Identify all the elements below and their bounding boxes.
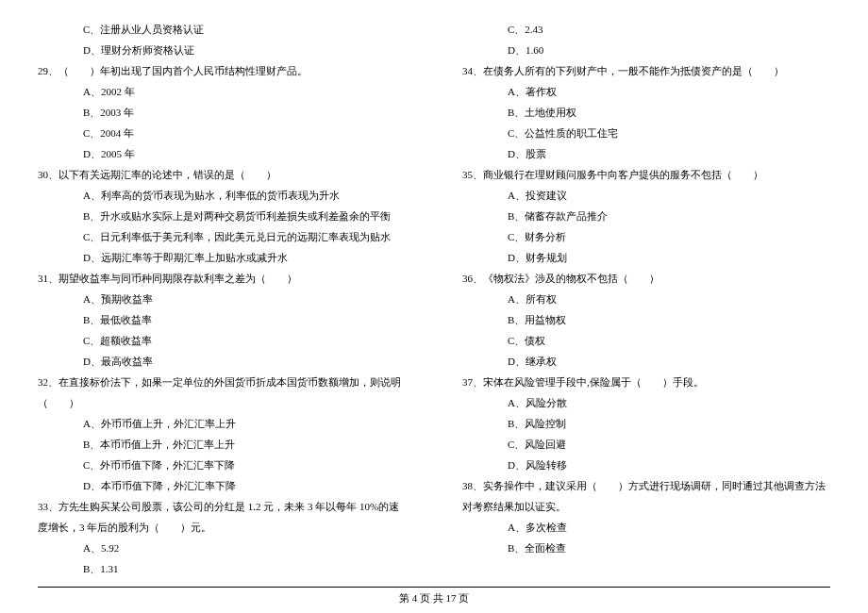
q32-option-a: A、外币币值上升，外汇汇率上升 (38, 413, 406, 434)
right-column: C、2.43 D、1.60 34、在债务人所有的下列财产中，一般不能作为抵债资产… (462, 19, 830, 579)
q29: 29、（ ）年初出现了国内首个人民币结构性理财产品。 (38, 60, 406, 81)
q29-option-a: A、2002 年 (38, 81, 406, 102)
q29-option-c: C、2004 年 (38, 123, 406, 143)
q30-option-a: A、利率高的货币表现为贴水，利率低的货币表现为升水 (38, 185, 406, 206)
q30-option-d: D、远期汇率等于即期汇率上加贴水或减升水 (38, 247, 406, 268)
q33-option-a: A、5.92 (38, 538, 406, 558)
q38: 38、实务操作中，建议采用（ ）方式进行现场调研，同时通过其他调查方法对考察结果… (462, 475, 830, 517)
q35: 35、商业银行在理财顾问服务中向客户提供的服务不包括（ ） (462, 164, 830, 185)
q37-option-d: D、风险转移 (462, 455, 830, 475)
page-footer: 第 4 页 共 17 页 (0, 587, 868, 605)
q31-option-a: A、预期收益率 (38, 289, 406, 309)
q33-option-b: B、1.31 (38, 558, 406, 579)
q28-option-d: D、理财分析师资格认证 (38, 40, 406, 60)
q32-option-b: B、本币币值上升，外汇汇率上升 (38, 434, 406, 455)
q38-option-a: A、多次检查 (462, 517, 830, 538)
q38-option-b: B、全面检查 (462, 538, 830, 558)
q35-option-b: B、储蓄存款产品推介 (462, 206, 830, 226)
page-number: 第 4 页 共 17 页 (399, 592, 469, 604)
q34-option-a: A、著作权 (462, 81, 830, 102)
q34-option-b: B、土地使用权 (462, 102, 830, 123)
q34-option-d: D、股票 (462, 143, 830, 164)
q35-option-a: A、投资建议 (462, 185, 830, 206)
q36-option-b: B、用益物权 (462, 309, 830, 330)
q30-option-c: C、日元利率低于美元利率，因此美元兑日元的远期汇率表现为贴水 (38, 226, 406, 247)
q32-option-c: C、外币币值下降，外汇汇率下降 (38, 455, 406, 475)
q36-option-a: A、所有权 (462, 289, 830, 309)
q37-option-b: B、风险控制 (462, 413, 830, 434)
q31-option-d: D、最高收益率 (38, 351, 406, 372)
q32: 32、在直接标价法下，如果一定单位的外国货币折成本国货币数额增加，则说明（ ） (38, 372, 406, 413)
left-column: C、注册从业人员资格认证 D、理财分析师资格认证 29、（ ）年初出现了国内首个… (38, 19, 406, 579)
q35-option-c: C、财务分析 (462, 226, 830, 247)
q30: 30、以下有关远期汇率的论述中，错误的是（ ） (38, 164, 406, 185)
q30-option-b: B、升水或贴水实际上是对两种交易货币利差损失或利差盈余的平衡 (38, 206, 406, 226)
q37-option-a: A、风险分散 (462, 392, 830, 413)
q33-option-d: D、1.60 (462, 40, 830, 60)
q37-option-c: C、风险回避 (462, 434, 830, 455)
q34-option-c: C、公益性质的职工住宅 (462, 123, 830, 143)
q29-option-d: D、2005 年 (38, 143, 406, 164)
q33: 33、方先生购买某公司股票，该公司的分红是 1.2 元，未来 3 年以每年 10… (38, 496, 406, 538)
q28-option-c: C、注册从业人员资格认证 (38, 19, 406, 40)
q36-option-d: D、继承权 (462, 351, 830, 372)
q36-option-c: C、债权 (462, 330, 830, 351)
q29-option-b: B、2003 年 (38, 102, 406, 123)
footer-divider (38, 587, 830, 588)
q31: 31、期望收益率与同币种同期限存款利率之差为（ ） (38, 268, 406, 289)
q34: 34、在债务人所有的下列财产中，一般不能作为抵债资产的是（ ） (462, 60, 830, 81)
q37: 37、宋体在风险管理手段中,保险属于（ ）手段。 (462, 372, 830, 392)
q31-option-b: B、最低收益率 (38, 309, 406, 330)
q36: 36、《物权法》涉及的物权不包括（ ） (462, 268, 830, 289)
q33-option-c: C、2.43 (462, 19, 830, 40)
q32-option-d: D、本币币值下降，外汇汇率下降 (38, 475, 406, 496)
q31-option-c: C、超额收益率 (38, 330, 406, 351)
q35-option-d: D、财务规划 (462, 247, 830, 268)
